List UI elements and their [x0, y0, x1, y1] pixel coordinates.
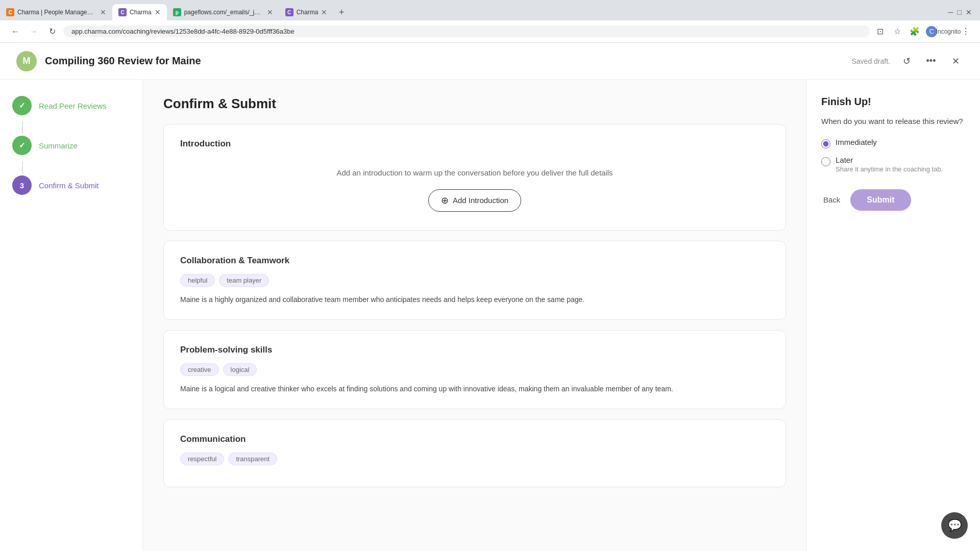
page-title: Confirm & Submit	[163, 96, 786, 112]
submit-button[interactable]: Submit	[850, 189, 911, 211]
toolbar-icons: ⊡ ☆ 🧩 C Incognito ⋮	[874, 26, 972, 38]
step-3-circle: 3	[12, 176, 32, 195]
collaboration-tags: helpful team player	[180, 274, 769, 287]
tab-4-close[interactable]: ✕	[321, 8, 327, 16]
incognito-label: Incognito	[942, 26, 954, 38]
introduction-section: Introduction Add an introduction to warm…	[163, 124, 786, 231]
intro-placeholder: Add an introduction to warm up the conve…	[180, 157, 769, 216]
address-bar-row: ← → ↻ ⊡ ☆ 🧩 C Incognito ⋮	[0, 20, 980, 43]
app-logo: M	[16, 51, 37, 71]
tab-3-title: pageflows.com/_emails/_j7fb5...	[184, 9, 264, 16]
chat-bubble-button[interactable]: 💬	[941, 512, 968, 539]
tag-team-player: team player	[219, 274, 269, 287]
app-title: Compiling 360 Review for Maine	[45, 55, 852, 67]
reload-button[interactable]: ↻	[45, 24, 59, 39]
tab-3-close[interactable]: ✕	[267, 8, 273, 16]
tab-4[interactable]: C Charma ✕	[279, 4, 334, 20]
tag-helpful: helpful	[180, 274, 215, 287]
tab-1-title: Charma | People Management S...	[17, 9, 97, 16]
forward-nav-button[interactable]: →	[27, 24, 41, 39]
release-radio-later[interactable]	[821, 157, 830, 166]
collaboration-title: Collaboration & Teamwork	[180, 256, 769, 266]
problem-solving-section: Problem-solving skills creative logical …	[163, 330, 786, 409]
tab-3-favicon: p	[173, 8, 181, 16]
header-actions: Saved draft. ↺ ••• ✕	[852, 53, 964, 69]
more-options-icon[interactable]: •••	[923, 53, 939, 69]
close-review-icon[interactable]: ✕	[947, 53, 964, 69]
tab-3[interactable]: p pageflows.com/_emails/_j7fb5... ✕	[167, 4, 279, 20]
add-introduction-button[interactable]: ⊕ Add Introduction	[428, 189, 521, 212]
release-option-immediately[interactable]: Immediately	[821, 138, 966, 148]
cast-icon[interactable]: ⊡	[874, 26, 886, 38]
step-connector-2	[22, 161, 23, 173]
tab-1-favicon: C	[6, 8, 14, 16]
tag-transparent: transparent	[228, 453, 277, 465]
tab-bar: C Charma | People Management S... ✕ C Ch…	[0, 0, 980, 20]
right-panel: Finish Up! When do you want to release t…	[806, 80, 980, 551]
immediately-label-text: Immediately	[836, 138, 877, 146]
release-label-later: Later Share it anytime in the coaching t…	[836, 156, 943, 173]
add-intro-label: Add Introduction	[453, 196, 508, 205]
history-icon[interactable]: ↺	[898, 53, 915, 69]
star-icon[interactable]: ☆	[891, 26, 903, 38]
finish-panel-title: Finish Up!	[821, 96, 966, 108]
back-button[interactable]: Back	[821, 190, 842, 209]
content-area: Confirm & Submit Introduction Add an int…	[143, 80, 980, 551]
tab-4-favicon: C	[285, 8, 293, 16]
communication-tags: respectful transparent	[180, 453, 769, 465]
tab-1[interactable]: C Charma | People Management S... ✕	[0, 4, 112, 20]
tab-2-close[interactable]: ✕	[155, 8, 161, 16]
sidebar-item-confirm-submit[interactable]: 3 Confirm & Submit	[12, 176, 130, 195]
tab-2-favicon: C	[118, 8, 127, 16]
tag-respectful: respectful	[180, 453, 224, 465]
step-2-circle: ✓	[12, 136, 32, 155]
later-sub-text: Share it anytime in the coaching tab.	[836, 165, 943, 173]
main-content: Confirm & Submit Introduction Add an int…	[143, 80, 806, 551]
sidebar: ✓ Read Peer Reviews ✓ Summarize 3 Confir…	[0, 80, 143, 551]
release-radio-immediately[interactable]	[821, 139, 830, 148]
later-label-text: Later	[836, 156, 943, 164]
tab-2[interactable]: C Charma ✕	[112, 4, 167, 20]
step-3-label: Confirm & Submit	[39, 181, 99, 190]
introduction-title: Introduction	[180, 139, 769, 149]
release-label-immediately: Immediately	[836, 138, 877, 146]
address-input[interactable]	[63, 26, 870, 37]
tag-logical: logical	[223, 363, 257, 376]
step-1-label: Read Peer Reviews	[39, 102, 107, 110]
tab-4-title: Charma	[297, 9, 318, 16]
collaboration-section: Collaboration & Teamwork helpful team pl…	[163, 241, 786, 320]
tab-2-title: Charma	[130, 9, 152, 16]
tag-creative: creative	[180, 363, 219, 376]
saved-draft-status: Saved draft.	[852, 57, 891, 65]
app-header: M Compiling 360 Review for Maine Saved d…	[0, 43, 980, 80]
app-content: M Compiling 360 Review for Maine Saved d…	[0, 43, 980, 551]
problem-solving-text: Maine is a logical and creative thinker …	[180, 383, 769, 394]
menu-icon[interactable]: ⋮	[960, 26, 972, 38]
tab-1-close[interactable]: ✕	[100, 8, 106, 16]
maximize-button[interactable]: □	[958, 8, 962, 16]
step-connector-1	[22, 121, 23, 134]
minimize-button[interactable]: ─	[948, 8, 953, 16]
problem-solving-title: Problem-solving skills	[180, 345, 769, 355]
communication-title: Communication	[180, 434, 769, 444]
extension-icon[interactable]: 🧩	[909, 26, 921, 38]
add-intro-plus-icon: ⊕	[441, 195, 449, 206]
intro-placeholder-text: Add an introduction to warm up the conve…	[180, 167, 769, 179]
step-1-circle: ✓	[12, 96, 32, 115]
browser-window: C Charma | People Management S... ✕ C Ch…	[0, 0, 980, 551]
step-2-label: Summarize	[39, 141, 78, 150]
release-option-later[interactable]: Later Share it anytime in the coaching t…	[821, 156, 966, 173]
main-layout: ✓ Read Peer Reviews ✓ Summarize 3 Confir…	[0, 80, 980, 551]
close-button[interactable]: ✕	[966, 8, 972, 16]
problem-solving-tags: creative logical	[180, 363, 769, 376]
chat-bubble-icon: 💬	[948, 519, 962, 532]
back-nav-button[interactable]: ←	[8, 24, 22, 39]
finish-panel-question: When do you want to release this review?	[821, 116, 966, 128]
collaboration-text: Maine is a highly organized and collabor…	[180, 294, 769, 305]
sidebar-item-summarize[interactable]: ✓ Summarize	[12, 136, 130, 155]
new-tab-button[interactable]: +	[333, 4, 350, 20]
panel-actions: Back Submit	[821, 189, 966, 211]
communication-section: Communication respectful transparent	[163, 419, 786, 487]
sidebar-item-read-peer-reviews[interactable]: ✓ Read Peer Reviews	[12, 96, 130, 115]
